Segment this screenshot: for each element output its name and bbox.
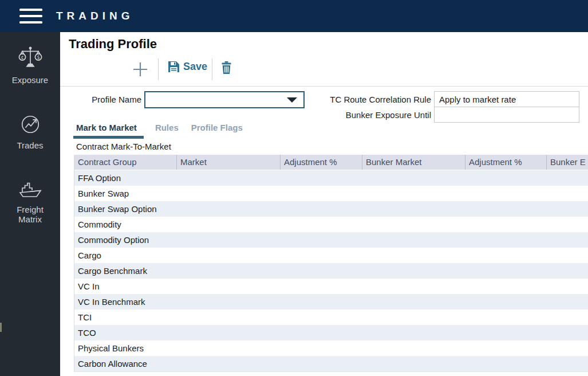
- sidebar: ¢$ExposureTradesFreight Matrix: [0, 32, 60, 376]
- table-row[interactable]: VC In: [74, 279, 588, 294]
- sidebar-item-trades[interactable]: Trades: [0, 113, 60, 150]
- cell: [177, 356, 281, 371]
- profile-name-select[interactable]: [144, 91, 305, 108]
- cell: [362, 294, 465, 310]
- sidebar-item-exposure[interactable]: ¢$Exposure: [0, 46, 60, 85]
- sidebar-item-label: Trades: [7, 140, 53, 150]
- cell: [465, 170, 547, 186]
- cell: [465, 279, 547, 294]
- bunker-exposure-until-input[interactable]: [434, 107, 579, 123]
- cell-contract-group: Commodity Option: [74, 232, 177, 248]
- cell: [177, 170, 281, 186]
- cell: [465, 186, 547, 201]
- cell-contract-group: TCI: [74, 310, 177, 325]
- table-row[interactable]: Carbon Allowance: [74, 356, 588, 371]
- left-edge-artifact: [0, 323, 2, 332]
- cell: [465, 263, 547, 279]
- cell: [281, 263, 362, 279]
- table-header-row: Contract GroupMarketAdjustment %Bunker M…: [74, 155, 588, 170]
- cell: [362, 310, 465, 325]
- cell: [281, 186, 362, 201]
- cell: [362, 325, 465, 340]
- cell: [547, 356, 588, 371]
- column-header-bunker-e[interactable]: Bunker E: [547, 155, 588, 170]
- table-row[interactable]: Commodity: [74, 217, 588, 232]
- tab-bar: Mark to MarketRulesProfile Flags: [73, 121, 244, 139]
- cell: [281, 170, 362, 186]
- toolbar-divider: [212, 58, 212, 80]
- table-row[interactable]: Cargo Benchmark: [74, 263, 588, 279]
- cell: [547, 325, 588, 340]
- column-header-adjustment-[interactable]: Adjustment %: [281, 155, 362, 170]
- floppy-disk-icon: [168, 61, 180, 73]
- page-title: Trading Profile: [69, 37, 157, 52]
- column-header-market[interactable]: Market: [177, 155, 281, 170]
- column-header-contract-group[interactable]: Contract Group: [74, 155, 177, 170]
- cell: [281, 248, 362, 263]
- cell: [465, 232, 547, 248]
- trash-icon: [222, 61, 231, 76]
- cell-contract-group: TCO: [74, 325, 177, 340]
- cell: [177, 186, 281, 201]
- ship-icon: [17, 179, 44, 201]
- plus-icon: [132, 61, 149, 80]
- bunker-exposure-until-label: Bunker Exposure Until: [311, 107, 431, 123]
- cell: [177, 340, 281, 356]
- cell: [362, 356, 465, 371]
- delete-button[interactable]: [222, 61, 231, 76]
- toolbar-divider: [158, 58, 159, 80]
- section-title: Contract Mark-To-Market: [76, 142, 171, 151]
- table-row[interactable]: Bunker Swap Option: [74, 201, 588, 217]
- cell-contract-group: FFA Option: [74, 170, 177, 186]
- save-button[interactable]: Save: [168, 61, 207, 73]
- trading-app: { "topbar": { "title": "TRADING", "menu_…: [0, 0, 588, 376]
- cell: [547, 294, 588, 310]
- table-row[interactable]: TCO: [74, 325, 588, 340]
- svg-text:¢: ¢: [21, 55, 23, 60]
- table-row[interactable]: VC In Benchmark: [74, 294, 588, 310]
- cell: [465, 310, 547, 325]
- tab-rules[interactable]: Rules: [154, 121, 180, 137]
- cell: [281, 217, 362, 232]
- column-header-bunker-market[interactable]: Bunker Market: [362, 155, 465, 170]
- chevron-down-icon: [287, 97, 297, 103]
- trend-up-icon: [19, 113, 41, 137]
- save-button-label: Save: [183, 61, 207, 73]
- toolbar: Save: [60, 56, 588, 87]
- tc-route-correlation-rule-input[interactable]: [434, 91, 579, 107]
- cell: [547, 248, 588, 263]
- cell: [547, 186, 588, 201]
- cell: [281, 279, 362, 294]
- cell: [281, 294, 362, 310]
- add-button[interactable]: [132, 61, 149, 80]
- column-header-adjustment-[interactable]: Adjustment %: [465, 155, 547, 170]
- sidebar-item-freight-matrix[interactable]: Freight Matrix: [0, 179, 60, 224]
- table-row[interactable]: Bunker Swap: [74, 186, 588, 201]
- tab-profile-flags[interactable]: Profile Flags: [190, 121, 244, 137]
- topbar: TRADING: [0, 0, 588, 32]
- scales-icon: ¢$: [18, 46, 42, 72]
- table-row[interactable]: Physical Bunkers: [74, 340, 588, 356]
- table-row[interactable]: TCI: [74, 310, 588, 325]
- cell: [281, 356, 362, 371]
- cell: [281, 201, 362, 217]
- svg-text:$: $: [37, 55, 40, 60]
- cell: [362, 263, 465, 279]
- cell: [177, 325, 281, 340]
- cell: [281, 310, 362, 325]
- table-row[interactable]: Cargo: [74, 248, 588, 263]
- cell: [362, 248, 465, 263]
- cell: [362, 201, 465, 217]
- contract-mtm-table: Contract GroupMarketAdjustment %Bunker M…: [74, 155, 588, 372]
- tab-mark-to-market[interactable]: Mark to Market: [73, 121, 144, 139]
- cell: [177, 279, 281, 294]
- cell-contract-group: VC In Benchmark: [74, 294, 177, 310]
- table-row[interactable]: FFA Option: [74, 170, 588, 186]
- cell: [177, 232, 281, 248]
- cell-contract-group: Carbon Allowance: [74, 356, 177, 371]
- cell: [362, 279, 465, 294]
- hamburger-menu-icon[interactable]: [19, 9, 44, 24]
- cell: [177, 263, 281, 279]
- cell: [362, 340, 465, 356]
- table-row[interactable]: Commodity Option: [74, 232, 588, 248]
